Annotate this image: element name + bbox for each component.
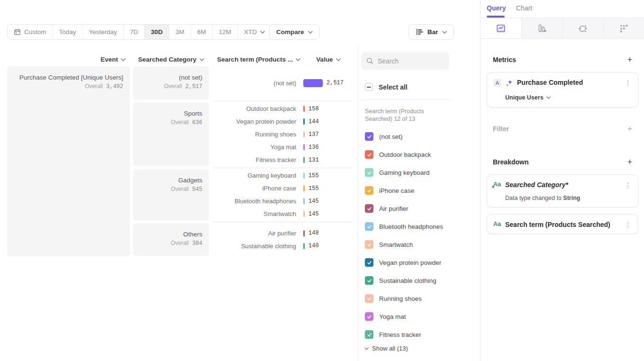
table-row[interactable]: Yoga mat 136	[213, 141, 355, 153]
category-cell-others[interactable]: Others Overall384	[133, 223, 209, 256]
table-row[interactable]: (not set) 2,517	[213, 77, 355, 90]
search-box	[361, 52, 449, 70]
chevron-down-icon	[260, 31, 265, 34]
legend-items: (not set) Outdoor backpack Gaming keyboa…	[365, 127, 474, 343]
legend-item-checkbox[interactable]: iPhone case	[365, 181, 474, 199]
breakdown-title: Searched Category*	[505, 181, 568, 189]
rows-group-others: Air purifier 148 Sustainable clothing 14…	[213, 223, 355, 256]
breakdown-note: Data type changed to String	[505, 195, 580, 201]
value-bar	[303, 230, 305, 236]
table-row[interactable]: iPhone case 155	[213, 182, 355, 195]
modified-asterisk-icon	[491, 185, 495, 189]
table-row[interactable]: Vegan protein powder 144	[213, 115, 355, 128]
checkbox-icon	[365, 312, 373, 321]
legend-item-checkbox[interactable]: Sustainable clothing	[365, 271, 474, 289]
toolbar: Custom Today Yesterday 7D 30D 3M 6M 12M …	[0, 0, 480, 45]
chevron-down-icon	[336, 58, 341, 61]
select-all-checkbox[interactable]: Select all	[365, 83, 408, 91]
checkbox-icon	[365, 276, 373, 285]
event-cell[interactable]: Purchase Completed [Unique Users] Overal…	[7, 66, 130, 256]
query-panel-tabs: Query Chart	[481, 0, 644, 18]
checkbox-icon	[365, 222, 373, 231]
event-sparkle-icon	[506, 79, 513, 87]
add-filter-button[interactable]: +	[626, 125, 634, 133]
add-breakdown-button[interactable]: +	[626, 158, 634, 166]
date-range-today[interactable]: Today	[53, 25, 82, 39]
legend-item-checkbox[interactable]: Gaming keyboard	[365, 163, 474, 181]
chevron-down-icon	[200, 58, 204, 61]
kebab-menu-icon[interactable]: ⋮	[625, 181, 631, 189]
chevron-down-icon	[442, 31, 447, 34]
column-header-value[interactable]: Value	[306, 55, 351, 63]
category-cell-gadgets[interactable]: Gadgets Overall545	[133, 169, 209, 220]
date-range-yesterday[interactable]: Yesterday	[82, 25, 124, 39]
compare-label: Compare	[276, 28, 304, 36]
tab-query[interactable]: Query	[487, 4, 506, 12]
column-header-searched-category[interactable]: Searched Category	[133, 55, 209, 63]
checkbox-icon	[365, 240, 373, 249]
table-row[interactable]: Smartwatch 145	[213, 208, 355, 220]
table-row[interactable]: Outdoor backpack 158	[213, 102, 355, 115]
date-range-xtd[interactable]: XTD	[237, 25, 271, 39]
checkbox-icon	[365, 132, 373, 141]
legend-item-checkbox[interactable]: Fitness tracker	[365, 325, 474, 343]
table-row[interactable]: Air purifier 148	[213, 227, 355, 240]
date-range-30d-selected[interactable]: 30D	[144, 25, 169, 39]
metric-card[interactable]: A Purchase Completed ⋮ Unique Users	[487, 72, 638, 108]
legend-filter-panel: Select all Search term (Products Searche…	[358, 45, 480, 361]
rows-group-not-set: (not set) 2,517	[213, 66, 355, 99]
breakdown-card-searched-category[interactable]: Aa Searched Category* ⋮ Data type change…	[487, 174, 638, 208]
legend-item-checkbox[interactable]: Running shoes	[365, 289, 474, 307]
kebab-menu-icon[interactable]: ⋮	[625, 79, 631, 87]
chevron-down-icon	[308, 31, 313, 34]
breakdown-card-search-term[interactable]: Aa Search term (Products Searched) ⋮	[487, 214, 638, 234]
table-row[interactable]: Gaming keyboard 155	[213, 169, 355, 182]
add-metric-button[interactable]: +	[626, 55, 634, 64]
chart-type-label: Bar	[427, 28, 438, 36]
compare-button[interactable]: Compare	[269, 24, 320, 40]
table-row[interactable]: Fitness tracker 131	[213, 153, 355, 166]
legend-item-checkbox[interactable]: Outdoor backpack	[365, 145, 474, 163]
category-cell-not-set[interactable]: (not set) Overall2,517	[133, 66, 209, 99]
tab-funnels[interactable]	[521, 18, 562, 38]
metric-title: Purchase Completed	[517, 79, 583, 86]
group-divider	[213, 168, 353, 168]
legend-item-checkbox[interactable]: Yoga mat	[365, 307, 474, 325]
flows-icon	[578, 23, 588, 34]
legend-item-checkbox[interactable]: Air purifier	[365, 199, 474, 217]
value-bar	[303, 144, 305, 150]
table-row[interactable]: Bluetooth headphones 145	[213, 195, 355, 208]
tab-retention[interactable]	[603, 18, 644, 38]
show-all-button[interactable]: Show all (13)	[364, 345, 408, 352]
legend-item-checkbox[interactable]: Bluetooth headphones	[365, 217, 474, 235]
table-row[interactable]: Sustainable clothing 140	[213, 240, 355, 253]
tab-flows[interactable]	[562, 18, 603, 38]
column-header-search-term[interactable]: Search term (Products ...	[213, 55, 304, 63]
group-divider	[213, 222, 353, 222]
kebab-menu-icon[interactable]: ⋮	[625, 221, 631, 229]
event-title: Purchase Completed [Unique Users]	[7, 73, 123, 82]
checkbox-icon	[365, 150, 373, 159]
date-range-12m[interactable]: 12M	[212, 25, 237, 39]
search-input[interactable]	[378, 57, 439, 65]
funnels-icon	[536, 23, 547, 34]
value-bar	[303, 185, 305, 191]
breakdown-heading: Breakdown	[493, 158, 528, 166]
search-icon	[366, 57, 373, 64]
date-range-3m[interactable]: 3M	[169, 25, 190, 39]
category-cell-sports[interactable]: Sports Overall636	[133, 102, 209, 166]
date-range-7d[interactable]: 7D	[123, 25, 144, 39]
chart-type-dropdown[interactable]: Bar	[408, 24, 454, 40]
divider	[362, 99, 449, 100]
date-range-custom[interactable]: Custom	[8, 25, 53, 39]
value-rows-column: (not set) 2,517 Outdoor backpack 158 Veg…	[213, 66, 355, 257]
table-row[interactable]: Running shoes 137	[213, 128, 355, 141]
tab-insights[interactable]	[481, 18, 521, 38]
date-range-6m[interactable]: 6M	[190, 25, 212, 39]
measure-dropdown[interactable]: Unique Users	[505, 94, 551, 101]
legend-item-checkbox[interactable]: (not set)	[365, 127, 474, 145]
legend-item-checkbox[interactable]: Vegan protein powder	[365, 253, 474, 271]
tab-chart[interactable]: Chart	[516, 4, 532, 12]
legend-item-checkbox[interactable]: Smartwatch	[365, 235, 474, 253]
column-header-event[interactable]: Event	[7, 55, 126, 63]
